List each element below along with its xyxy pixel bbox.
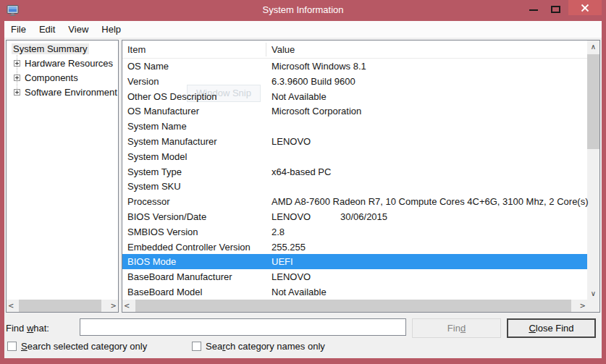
tree-item[interactable]: Software Environment (7, 85, 118, 100)
details-pane: Item Value Window Snip OS NameMicrosoft … (122, 40, 600, 313)
item-cell: System SKU (127, 181, 181, 192)
menu-bar: FileEditViewHelp (4, 21, 602, 38)
expand-plus-icon[interactable] (14, 75, 20, 81)
minimize-button[interactable] (523, 0, 544, 15)
item-cell: System Model (127, 151, 187, 162)
tree-item[interactable]: Hardware Resources (7, 56, 118, 71)
item-cell: BIOS Mode (127, 256, 176, 267)
detail-row[interactable]: ProcessorAMD A8-7600 Radeon R7, 10 Compu… (122, 194, 587, 209)
tree-horizontal-scrollbar[interactable]: < > (7, 300, 118, 312)
detail-row[interactable]: Version6.3.9600 Build 9600 (122, 74, 587, 89)
value-cell: 255.255 (272, 242, 306, 253)
find-button[interactable]: Find (412, 318, 501, 338)
item-cell: System Manufacturer (127, 136, 217, 147)
detail-row[interactable]: Other OS DescriptionNot Available (122, 89, 587, 104)
value-cell: AMD A8-7600 Radeon R7, 10 Compute Cores … (272, 196, 589, 207)
column-header-value[interactable]: Value (272, 44, 295, 55)
value-cell: Microsoft Corporation (272, 106, 361, 117)
value2-cell: 30/06/2015 (340, 211, 387, 222)
detail-row[interactable]: OS ManufacturerMicrosoft Corporation (122, 103, 587, 119)
search-category-names-label: Search category names only (206, 341, 325, 352)
expand-plus-icon[interactable] (14, 89, 20, 96)
list-header: Item Value (122, 41, 599, 59)
item-cell: Version (127, 76, 159, 87)
details-horizontal-scrollbar[interactable]: < > (122, 300, 587, 312)
item-cell: OS Manufacturer (127, 106, 199, 117)
search-category-names-checkbox[interactable] (192, 342, 201, 351)
detail-row[interactable]: SMBIOS Version2.8 (122, 224, 587, 240)
detail-row[interactable]: BaseBoard ManufacturerLENOVO (122, 269, 587, 284)
tree-item-label: System Summary (12, 43, 89, 54)
column-header-item[interactable]: Item (127, 44, 146, 55)
detail-row[interactable]: System Name (122, 119, 587, 134)
title-bar: System Information (0, 0, 606, 21)
detail-row[interactable]: System Typex64-based PC (122, 164, 587, 179)
item-cell: System Name (127, 121, 187, 132)
maximize-icon (551, 6, 560, 13)
value-cell: UEFI (272, 256, 293, 267)
detail-row[interactable]: BaseBoard ModelNot Available (122, 284, 587, 300)
close-button[interactable] (568, 0, 602, 15)
item-cell: Embedded Controller Version (127, 242, 251, 253)
value-cell: LENOVO (272, 211, 311, 222)
window-frame-right (602, 21, 606, 364)
search-selected-category-label: Search selected category only (21, 341, 147, 352)
value-cell: 6.3.9600 Build 9600 (272, 76, 355, 87)
menu-file[interactable]: File (4, 21, 33, 38)
item-cell: SMBIOS Version (127, 227, 198, 237)
detail-row[interactable]: System Model (122, 149, 587, 164)
maximize-button[interactable] (544, 0, 566, 15)
column-separator[interactable] (266, 43, 266, 56)
window-title: System Information (0, 0, 606, 21)
category-tree: System SummaryHardware ResourcesComponen… (7, 42, 118, 100)
tree-item-label: Components (23, 72, 80, 83)
detail-row[interactable]: Embedded Controller Version255.255 (122, 240, 587, 255)
menu-help[interactable]: Help (95, 21, 127, 38)
item-cell: BaseBoard Model (127, 287, 202, 297)
value-cell: Not Available (272, 91, 327, 102)
scroll-down-icon[interactable]: ∨ (587, 289, 599, 298)
menu-edit[interactable]: Edit (33, 21, 62, 38)
close-find-button[interactable]: Close Find (507, 318, 596, 338)
find-input[interactable] (80, 318, 406, 336)
expand-plus-icon[interactable] (14, 60, 20, 67)
detail-row[interactable]: OS NameMicrosoft Windows 8.1 (122, 59, 587, 74)
detail-row[interactable]: System ManufacturerLENOVO (122, 134, 587, 149)
scrollbar-thumb[interactable] (587, 54, 599, 149)
value-cell: LENOVO (272, 136, 311, 147)
item-cell: OS Name (127, 61, 169, 72)
window-frame-bottom (0, 358, 606, 364)
scroll-left-icon[interactable]: < (8, 302, 14, 310)
minimize-icon (529, 9, 538, 11)
category-tree-pane: System SummaryHardware ResourcesComponen… (6, 40, 119, 313)
menu-view[interactable]: View (62, 21, 95, 38)
value-cell: LENOVO (272, 271, 311, 282)
tree-item[interactable]: System Summary (7, 42, 118, 56)
detail-row[interactable]: BIOS ModeUEFI (122, 254, 587, 269)
search-selected-category-checkbox[interactable] (7, 342, 17, 351)
item-cell: Other OS Description (127, 91, 217, 102)
detail-rows: OS NameMicrosoft Windows 8.1Version6.3.9… (122, 59, 587, 300)
window-frame-left (0, 21, 4, 364)
detail-row[interactable]: System SKU (122, 179, 587, 194)
value-cell: 2.8 (272, 227, 285, 237)
scroll-up-icon[interactable]: ∧ (587, 43, 599, 51)
scrollbar-corner (587, 300, 599, 312)
detail-row[interactable]: BIOS Version/DateLENOVO30/06/2015 (122, 209, 587, 224)
tree-item[interactable]: Components (7, 71, 118, 85)
scroll-right-icon[interactable]: > (580, 302, 586, 310)
scroll-left-icon[interactable]: < (124, 302, 130, 310)
scroll-right-icon[interactable]: > (111, 302, 117, 310)
item-cell: System Type (127, 166, 182, 177)
tree-item-label: Software Environment (23, 87, 119, 98)
tree-item-label: Hardware Resources (23, 58, 114, 69)
find-what-label: Find what: (6, 323, 49, 334)
scrollbar-thumb[interactable] (135, 300, 571, 312)
value-cell: x64-based PC (272, 166, 331, 177)
item-cell: Processor (127, 196, 170, 207)
value-cell: Not Available (272, 287, 327, 297)
item-cell: BIOS Version/Date (127, 211, 206, 222)
close-icon (581, 4, 589, 12)
vertical-scrollbar[interactable]: ∧ ∨ (587, 41, 599, 300)
scrollbar-thumb[interactable] (19, 300, 101, 312)
